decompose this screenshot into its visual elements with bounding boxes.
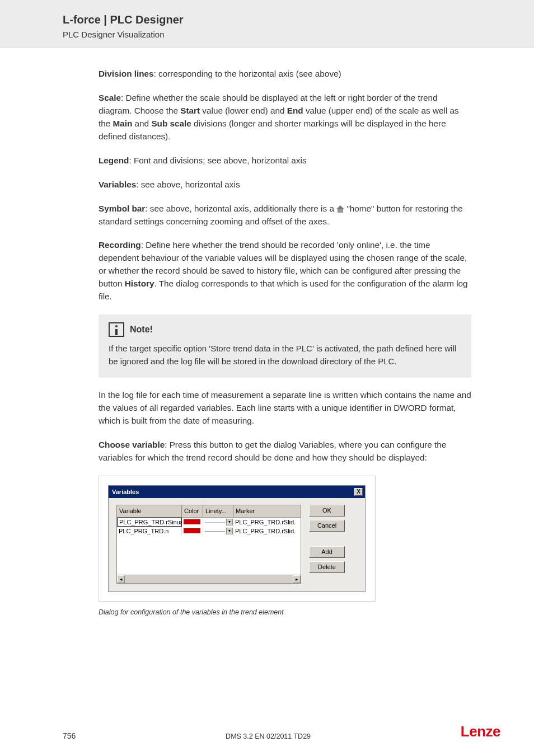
info-icon (109, 322, 124, 337)
header-subtitle: PLC Designer Visualization (63, 30, 500, 39)
col-color[interactable]: Color (182, 505, 203, 518)
close-icon[interactable]: X (354, 488, 363, 496)
lenze-logo: Lenze (461, 723, 500, 740)
cell-marker[interactable]: PLC_PRG_TRD.rSlid. (233, 527, 301, 536)
scroll-right-icon[interactable]: ▸ (293, 575, 301, 583)
col-marker[interactable]: Marker (233, 505, 301, 518)
header-title: L-force | PLC Designer (63, 13, 500, 26)
label-recording: Recording (99, 240, 141, 250)
cell-variable[interactable]: PLC_PRG_TRD.n (117, 527, 182, 536)
para-division-lines: Division lines: corresponding to the hor… (99, 68, 471, 81)
note-box: Note! If the target specific option 'Sto… (99, 314, 471, 378)
dialog-title: Variables (112, 487, 139, 497)
cell-color[interactable] (182, 527, 203, 536)
chevron-down-icon[interactable]: ▾ (226, 528, 233, 534)
label-choose-variable: Choose variable (99, 440, 165, 449)
ok-button[interactable]: OK (309, 505, 345, 516)
para-legend: Legend: Font and divisions; see above, h… (99, 154, 471, 167)
variables-dialog: Variables X Variable Color Linety... Mar… (108, 485, 366, 592)
para-variables: Variables: see above, horizontal axis (99, 179, 471, 191)
figure-caption: Dialog for configuration of the variable… (99, 607, 471, 618)
home-icon (336, 205, 344, 213)
text-legend: : Font and divisions; see above, horizon… (129, 156, 306, 165)
scroll-left-icon[interactable]: ◂ (117, 575, 125, 583)
variables-grid[interactable]: Variable Color Linety... Marker PLC_PRG_… (116, 505, 301, 584)
label-symbol-bar: Symbol bar (99, 204, 145, 213)
cell-variable[interactable]: PLC_PRG_TRD.rSinus (117, 518, 182, 527)
add-button[interactable]: Add (309, 546, 345, 558)
col-variable[interactable]: Variable (117, 505, 182, 518)
cell-linetype[interactable]: ▾ (203, 518, 233, 527)
table-row[interactable]: PLC_PRG_TRD.n ▾ PLC_PRG_TRD.rSlid. (117, 527, 301, 536)
note-text: If the target specific option 'Store tre… (109, 342, 461, 368)
dialog-screenshot-frame: Variables X Variable Color Linety... Mar… (99, 476, 376, 602)
label-variables: Variables (99, 180, 136, 189)
cancel-button[interactable]: Cancel (309, 520, 345, 532)
cell-marker[interactable]: PLC_PRG_TRD.rSlid. (233, 518, 301, 527)
dialog-titlebar[interactable]: Variables X (109, 486, 365, 499)
grid-header: Variable Color Linety... Marker (117, 505, 301, 518)
para-scale: Scale: Define whether the scale should b… (99, 92, 471, 143)
doc-id: DMS 3.2 EN 02/2011 TD29 (226, 732, 311, 740)
footer: 756 DMS 3.2 EN 02/2011 TD29 Lenze (0, 723, 534, 756)
para-recording: Recording: Define here whether the trend… (99, 239, 471, 303)
note-title: Note! (130, 323, 153, 336)
table-row[interactable]: PLC_PRG_TRD.rSinus ▾ PLC_PRG_TRD.rSlid. (117, 518, 301, 527)
label-division-lines: Division lines (99, 69, 154, 78)
col-linetype[interactable]: Linety... (203, 505, 233, 518)
para-symbol-bar: Symbol bar: see above, horizontal axis, … (99, 203, 471, 228)
cell-color[interactable] (182, 518, 203, 527)
para-logfile: In the log file for each time of measure… (99, 389, 471, 428)
dialog-buttons: OK Cancel Add Delete (309, 505, 345, 573)
horizontal-scrollbar[interactable]: ◂ ▸ (117, 575, 301, 583)
header-band: L-force | PLC Designer PLC Designer Visu… (0, 0, 534, 48)
para-choose-variable: Choose variable: Press this button to ge… (99, 439, 471, 464)
color-swatch-red (184, 519, 200, 524)
label-legend: Legend (99, 156, 129, 165)
text-division-lines: : corresponding to the horizontal axis (… (154, 69, 341, 78)
chevron-down-icon[interactable]: ▾ (226, 519, 233, 525)
delete-button[interactable]: Delete (309, 561, 345, 573)
content: Division lines: corresponding to the hor… (0, 48, 534, 723)
cell-linetype[interactable]: ▾ (203, 527, 233, 536)
label-scale: Scale (99, 93, 121, 102)
grid-empty-area (117, 536, 301, 575)
page-number: 756 (63, 731, 76, 740)
text-variables: : see above, horizontal axis (136, 180, 240, 189)
color-swatch-red (184, 528, 200, 533)
